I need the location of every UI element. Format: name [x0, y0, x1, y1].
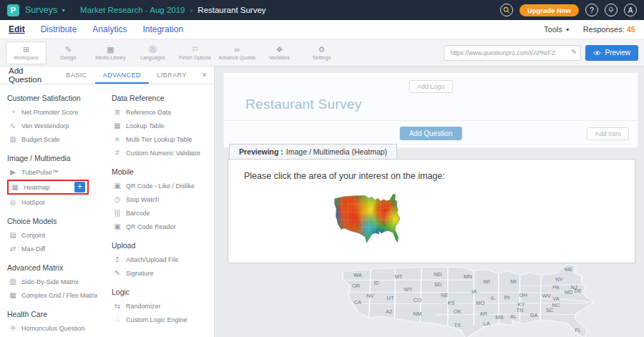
breadcrumb-parent[interactable]: Market Research - Aug 2019 [80, 6, 185, 14]
question-type-tubepulse[interactable]: ▶TubePulse™ [7, 165, 102, 179]
question-type-stop-watch[interactable]: ◷Stop Watch [112, 192, 210, 206]
state-label-il: IL [491, 295, 495, 301]
question-type-multi-tier-lookup-table[interactable]: ≡Multi Tier Lookup Table [112, 132, 210, 146]
stop-watch-icon: ◷ [113, 195, 122, 203]
question-type-label: Van Westendorp [21, 122, 69, 130]
nav-tab-distribute[interactable]: Distribute [41, 24, 77, 34]
question-type-hotspot[interactable]: ◎HotSpot [7, 195, 102, 209]
panel-tab-library[interactable]: LIBRARY [149, 67, 195, 84]
nav-tab-edit[interactable]: Edit [9, 24, 25, 34]
question-type-van-westendorp[interactable]: ∿Van Westendorp [7, 119, 102, 132]
survey-url-wrap: ✎ [444, 45, 581, 61]
toolbar-item-advance-quotas[interactable]: ∞Advance Quotas [217, 41, 258, 64]
preview-button[interactable]: Preview [585, 45, 638, 61]
toolbar-item-media-library[interactable]: ▦Media Library [90, 41, 131, 64]
divider [224, 120, 638, 121]
toolbar-item-settings[interactable]: ⚙Settings [301, 41, 342, 64]
toolbar-item-label: Design [61, 55, 77, 60]
notifications-button[interactable] [605, 4, 618, 16]
state-label-co: CO [414, 296, 421, 303]
question-type-label: Conjoint [21, 232, 45, 239]
help-button[interactable]: ? [585, 4, 598, 16]
tools-menu[interactable]: Tools ▼ [544, 25, 570, 34]
panel-tab-advanced[interactable]: ADVANCED [95, 67, 149, 84]
state-label-wa: WA [353, 272, 362, 278]
question-type-label: HotSpot [21, 199, 45, 206]
product-menu-surveys[interactable]: Surveys ▼ [25, 5, 66, 15]
responses-indicator[interactable]: Responses:45 [583, 25, 635, 34]
toolbar-item-variables[interactable]: ❖Variables [259, 41, 300, 64]
question-type-net-promoter-score[interactable]: ◔Net Promoter Score [7, 105, 102, 119]
toolbar-item-languages[interactable]: ⓐLanguages [132, 41, 173, 64]
heatmap-image[interactable] [328, 190, 411, 246]
toolbar-item-finish-options[interactable]: ⚐Finish Options [175, 41, 215, 64]
max-diff-icon: ⇄ [9, 245, 17, 253]
question-type-lookup-table[interactable]: ▦Lookup Table [112, 119, 210, 132]
survey-url-input[interactable] [444, 45, 581, 61]
avatar[interactable]: A [624, 4, 637, 16]
question-type-reference-data[interactable]: ≣Reference Data [112, 105, 210, 119]
add-heatmap-button[interactable]: + [74, 182, 85, 192]
state-label-pa: PA [552, 283, 559, 290]
pencil-icon[interactable]: ✎ [571, 48, 577, 56]
settings-icon: ⚙ [318, 46, 326, 54]
us-map[interactable]: WAORCAIDNVUTAZMTWYCONMNDSDNEKSOKTXMNIAMO… [320, 259, 635, 337]
question-type-signature[interactable]: ✎Signature [112, 266, 210, 280]
media-library-icon: ▦ [107, 46, 114, 54]
question-type-complex-grid-flex-matrix[interactable]: ▦Complex Grid / Flex Matrix [7, 288, 102, 302]
toolbar-item-design[interactable]: ✎Design [48, 41, 89, 64]
question-type-label: Multi Tier Lookup Table [126, 136, 192, 143]
custom-numeric-validator-icon: # [113, 149, 122, 157]
chevron-down-icon: ▼ [61, 8, 66, 13]
question-type-homunculus-question[interactable]: ✛Homunculus Question [7, 321, 102, 335]
search-button[interactable] [500, 4, 513, 16]
section-heading-advanced-matrix: Advanced Matrix [7, 263, 102, 272]
toolbar-item-workspace[interactable]: ⊞Workspace [6, 41, 47, 64]
avatar-initial: A [628, 6, 633, 14]
state-label-de: DE [575, 287, 582, 293]
question-type-label: Stop Watch [126, 196, 159, 203]
eye-icon [593, 50, 601, 56]
question-type-side-by-side-matrix[interactable]: ▥Side-By-Side Matrix [7, 275, 102, 288]
question-type-label: Custom Logic Engine [126, 316, 187, 323]
lookup-table-icon: ▦ [113, 122, 122, 130]
question-type-label: TubePulse™ [21, 169, 59, 176]
question-type-heatmap[interactable]: ▦Heatmap+ [7, 180, 89, 195]
question-type-conjoint[interactable]: ▤Conjoint [7, 228, 102, 242]
question-type-barcode[interactable]: |||Barcode [112, 206, 210, 220]
question-type-max-diff[interactable]: ⇄Max-Diff [7, 242, 102, 255]
responses-count: 45 [627, 25, 635, 34]
question-type-qr-code-reader[interactable]: ▣QR Code Reader [112, 220, 210, 233]
question-type-label: Lookup Table [126, 122, 164, 130]
state-label-al: AL [510, 313, 517, 320]
question-type-qr-code-like-dislike[interactable]: ▣QR Code - Like / Dislike [112, 179, 210, 192]
add-intro-button[interactable]: Add Intro [587, 127, 629, 140]
add-question-button[interactable]: Add Question [400, 127, 462, 140]
question-type-attach-upload-file[interactable]: ↥Attach/Upload File [112, 253, 210, 266]
budget-scale-icon: ▥ [9, 135, 17, 143]
section-heading-data-reference: Data Reference [112, 94, 210, 102]
survey-toolbar: ⊞Workspace✎Design▦Media LibraryⓐLanguage… [0, 39, 644, 67]
workspace-icon: ⊞ [23, 46, 29, 54]
question-type-custom-numeric-validator[interactable]: #Custom Numeric Validator [112, 146, 210, 160]
add-logo-button[interactable]: Add Logo [409, 80, 453, 93]
question-type-randomizer[interactable]: ⇆Randomizer [112, 299, 210, 313]
upgrade-now-button[interactable]: Upgrade Now [519, 4, 579, 16]
preview-button-label: Preview [605, 49, 630, 57]
state-label-va: VA [552, 296, 559, 302]
question-type-label: Net Promoter Score [21, 109, 79, 116]
variables-icon: ❖ [276, 46, 283, 54]
state-label-wi: WI [484, 278, 490, 284]
survey-header-block: Add Logo Restaurant Survey Add Question … [223, 72, 638, 148]
panel-col1: Customer Satisfaction◔Net Promoter Score… [7, 86, 102, 337]
question-type-label: Signature [126, 270, 154, 277]
questionpro-logo[interactable]: P [7, 4, 19, 16]
question-type-budget-scale[interactable]: ▥Budget Scale [7, 132, 102, 146]
close-icon[interactable]: × [195, 70, 214, 80]
survey-title[interactable]: Restaurant Survey [245, 97, 361, 112]
state-label-ks: KS [447, 300, 454, 306]
question-type-custom-logic-engine[interactable]: ∴Custom Logic Engine [112, 313, 210, 326]
nav-tab-integration[interactable]: Integration [142, 24, 183, 34]
panel-tab-basic[interactable]: BASIC [58, 67, 95, 84]
nav-tab-analytics[interactable]: Analytics [92, 24, 127, 34]
